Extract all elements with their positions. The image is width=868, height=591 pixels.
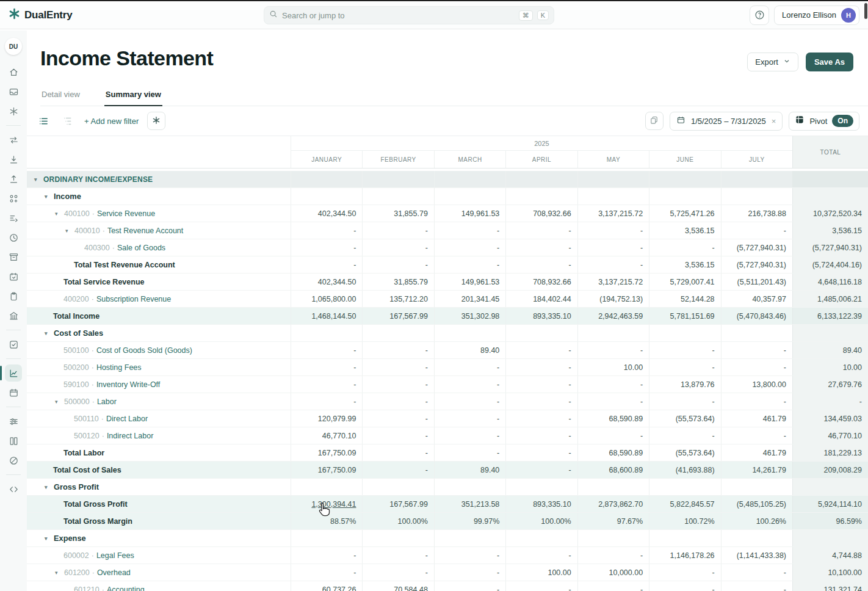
value-cell[interactable]: 40,357.97	[721, 291, 792, 307]
value-cell[interactable]: 68,590.89	[577, 410, 649, 427]
value-cell[interactable]: -	[649, 393, 720, 410]
total-cell[interactable]: 134,459.03	[792, 410, 868, 427]
value-cell[interactable]: -	[362, 547, 433, 564]
row-label[interactable]: 500200·Hosting Fees	[27, 359, 291, 375]
value-cell[interactable]: 31,855.79	[362, 274, 433, 290]
pivot-on-pill[interactable]: On	[832, 115, 853, 127]
value-cell[interactable]: -	[362, 427, 433, 444]
cell-value[interactable]: -	[353, 551, 356, 560]
save-as-button[interactable]: Save As	[806, 53, 853, 71]
cell-value[interactable]: (5,724,404.16)	[812, 261, 862, 269]
value-cell[interactable]: 120,979.99	[291, 410, 362, 427]
cell-value[interactable]: -	[425, 363, 428, 372]
cell-value[interactable]: -	[784, 432, 786, 440]
cell-value[interactable]: 2,942,463.59	[598, 312, 643, 321]
value-cell[interactable]: -	[362, 222, 433, 239]
value-cell[interactable]: -	[362, 376, 433, 393]
value-cell[interactable]: (55,573.64)	[649, 410, 720, 427]
cell-value[interactable]: 31,855.79	[394, 209, 428, 218]
value-cell[interactable]: 100.00%	[505, 513, 577, 529]
cell-value[interactable]: 3,536.15	[685, 227, 715, 235]
total-cell[interactable]: 209,008.29	[792, 462, 868, 478]
value-cell[interactable]: 13,800.00	[721, 376, 792, 393]
value-cell[interactable]: 135,712.20	[362, 291, 433, 307]
total-cell[interactable]: (5,724,404.16)	[792, 256, 868, 273]
value-cell[interactable]: -	[291, 547, 362, 564]
cell-value[interactable]: -	[784, 397, 786, 406]
value-cell[interactable]: 149,961.53	[434, 205, 505, 222]
value-cell[interactable]: -	[577, 256, 649, 273]
value-cell[interactable]: -	[505, 342, 577, 358]
value-cell[interactable]: -	[721, 393, 792, 410]
value-cell[interactable]: 708,932.66	[505, 274, 577, 290]
value-cell[interactable]: -	[291, 239, 362, 256]
value-cell[interactable]	[577, 171, 649, 187]
value-cell[interactable]: -	[291, 359, 362, 375]
cell-value[interactable]: 3,137,215.72	[598, 209, 643, 218]
value-cell[interactable]	[362, 171, 433, 187]
value-cell[interactable]	[649, 171, 720, 187]
cell-value[interactable]: 40,357.97	[752, 295, 786, 303]
value-cell[interactable]: -	[577, 342, 649, 358]
cell-value[interactable]: 52,144.28	[681, 295, 715, 303]
cell-value[interactable]: -	[497, 380, 499, 389]
total-cell[interactable]: 131,321.74	[792, 581, 868, 591]
cell-value[interactable]: 70,584.48	[394, 586, 428, 591]
cell-value[interactable]: 135,712.20	[389, 295, 428, 303]
value-cell[interactable]: 89.40	[434, 342, 505, 358]
cell-value[interactable]: -	[425, 415, 428, 423]
value-cell[interactable]: -	[505, 462, 577, 478]
cell-value[interactable]: 131,321.74	[823, 586, 862, 591]
cell-value[interactable]: 89.40	[843, 346, 862, 355]
cell-value[interactable]: -	[497, 415, 499, 423]
value-cell[interactable]: -	[291, 393, 362, 410]
value-cell[interactable]	[434, 325, 505, 341]
value-cell[interactable]: 2,873,862.70	[577, 496, 649, 512]
value-cell[interactable]: 3,536.15	[649, 222, 720, 239]
value-cell[interactable]	[505, 171, 577, 187]
value-cell[interactable]: 97.67%	[577, 513, 649, 529]
tree-view-button[interactable]	[60, 113, 76, 129]
value-cell[interactable]: -	[291, 256, 362, 273]
cell-value[interactable]: 4,648,116.18	[818, 278, 862, 286]
cell-value[interactable]: 461.79	[763, 449, 786, 457]
cell-value[interactable]: -	[425, 551, 428, 560]
value-cell[interactable]: -	[505, 222, 577, 239]
cell-value[interactable]: 1,485,006.21	[817, 295, 862, 303]
total-cell[interactable]: 4,744.88	[792, 547, 868, 564]
cell-value[interactable]: -	[353, 380, 356, 389]
cell-value[interactable]: (55,573.64)	[676, 415, 715, 423]
cell-value[interactable]: 216,738.88	[748, 209, 786, 218]
cell-value[interactable]: 27,679.76	[828, 380, 862, 389]
account-name[interactable]: Legal Fees	[96, 551, 134, 560]
cell-value[interactable]: 351,213.58	[461, 500, 500, 509]
total-cell[interactable]: 5,924,114.10	[792, 496, 868, 512]
value-cell[interactable]: (5,511,201.43)	[721, 274, 792, 290]
value-cell[interactable]	[434, 530, 505, 546]
value-cell[interactable]: -	[434, 222, 505, 239]
total-cell[interactable]: 27,679.76	[792, 376, 868, 393]
cell-value[interactable]: 5,725,471.26	[670, 209, 715, 218]
total-cell[interactable]: 1,485,006.21	[792, 291, 868, 307]
value-cell[interactable]: (55,573.64)	[649, 444, 720, 461]
account-name[interactable]: Inventory Write-Off	[96, 380, 160, 389]
month-header-july[interactable]: JULY	[721, 151, 792, 168]
cell-value[interactable]: -	[712, 346, 714, 355]
value-cell[interactable]: 167,567.99	[362, 496, 433, 512]
value-cell[interactable]: 68,590.89	[577, 444, 649, 461]
value-cell[interactable]	[577, 479, 649, 495]
cell-value[interactable]: 1,065,800.00	[311, 295, 356, 303]
row-label[interactable]: Total Income	[27, 308, 291, 324]
cell-value[interactable]: (194,752.13)	[599, 295, 643, 303]
cell-value[interactable]: -	[569, 380, 571, 389]
cell-value[interactable]: (5,727,940.31)	[737, 261, 786, 269]
value-cell[interactable]	[291, 325, 362, 341]
value-cell[interactable]: 1,146,178.26	[649, 547, 720, 564]
value-cell[interactable]: 31,855.79	[362, 205, 433, 222]
cell-value[interactable]: (5,511,201.43)	[737, 278, 786, 286]
value-cell[interactable]: 1,468,144.50	[291, 308, 362, 324]
value-cell[interactable]: -	[577, 581, 649, 591]
cell-value[interactable]: 10,000.00	[609, 568, 643, 577]
value-cell[interactable]: 100.26%	[721, 513, 792, 529]
cell-value[interactable]: 46,770.10	[828, 432, 862, 440]
